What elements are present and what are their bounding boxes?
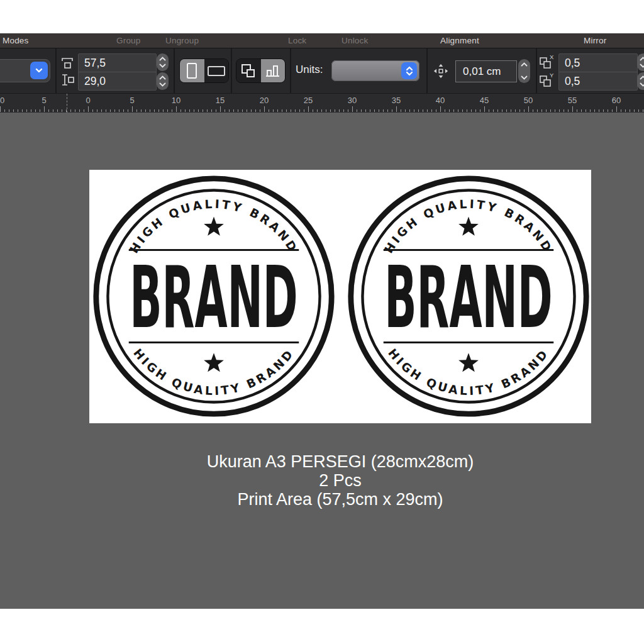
ruler-tick bbox=[493, 109, 494, 112]
width-stepper[interactable] bbox=[157, 53, 169, 71]
units-dropdown-button[interactable] bbox=[401, 62, 417, 79]
ruler-tick bbox=[612, 109, 613, 112]
height-icon bbox=[60, 73, 74, 87]
ruler-tick bbox=[467, 109, 467, 112]
ruler-tick bbox=[550, 109, 551, 112]
ruler-tick bbox=[189, 109, 190, 112]
stepper-up-icon bbox=[159, 57, 166, 61]
ruler-tick bbox=[141, 109, 142, 112]
ruler-tick bbox=[203, 109, 203, 112]
ruler-tick bbox=[449, 109, 450, 112]
lock-button[interactable]: Lock bbox=[288, 36, 306, 45]
ruler-label: 20 bbox=[260, 96, 269, 105]
svg-text:X: X bbox=[550, 53, 554, 60]
ruler-tick bbox=[537, 109, 538, 112]
unlock-button[interactable]: Unlock bbox=[341, 36, 368, 45]
brand-badge-left[interactable]: HIGH QUALITY BRAND BRAND HIGH QUALITY BR… bbox=[91, 173, 337, 419]
ruler-tick bbox=[66, 109, 67, 112]
ruler-tick bbox=[462, 109, 463, 112]
ruler-tick bbox=[110, 109, 111, 112]
stepper-down-icon bbox=[521, 75, 528, 80]
ruler-tick bbox=[603, 109, 604, 112]
modes-dropdown[interactable] bbox=[0, 59, 50, 82]
ruler-tick bbox=[339, 109, 340, 112]
ruler-tick bbox=[242, 109, 243, 112]
ruler-tick bbox=[590, 109, 591, 112]
caption-line-size: Ukuran A3 PERSEGI (28cmx28cm) bbox=[89, 452, 591, 471]
mirror-x-stepper[interactable] bbox=[637, 53, 644, 71]
ruler-tick bbox=[273, 109, 274, 112]
move-nudge-icon bbox=[433, 63, 449, 79]
caption-line-print: Print Area (57,5cm x 29cm) bbox=[89, 490, 591, 509]
ruler-tick bbox=[163, 109, 164, 112]
ruler-tick bbox=[145, 109, 146, 112]
nudge-distance-input[interactable]: 0,01 cm bbox=[455, 60, 517, 82]
mirror-y-stepper[interactable] bbox=[637, 72, 644, 90]
ruler-tick bbox=[506, 109, 507, 112]
ruler-tick bbox=[555, 109, 555, 112]
ruler-label: 10 bbox=[172, 96, 180, 105]
ruler-tick bbox=[387, 109, 388, 112]
artboard[interactable]: HIGH QUALITY BRAND BRAND HIGH QUALITY BR… bbox=[89, 170, 591, 423]
ruler-tick bbox=[440, 106, 441, 112]
badge-name-text: BRAND bbox=[130, 248, 298, 347]
ruler-tick bbox=[541, 109, 542, 112]
landscape-toggle[interactable] bbox=[204, 59, 229, 82]
duplicate-icon bbox=[240, 63, 257, 79]
ruler-tick bbox=[348, 109, 348, 112]
ungroup-button[interactable]: Ungroup bbox=[165, 36, 199, 45]
arrange-bars-toggle[interactable] bbox=[261, 59, 286, 82]
units-dropdown[interactable] bbox=[331, 60, 419, 81]
ruler-tick bbox=[286, 109, 287, 112]
mirror-y-input[interactable]: 0,5 bbox=[559, 72, 637, 90]
badge-name-text: BRAND bbox=[384, 248, 553, 347]
ruler-tick bbox=[321, 109, 322, 112]
height-stepper[interactable] bbox=[157, 72, 169, 90]
ruler-tick bbox=[418, 109, 419, 112]
width-input[interactable]: 57,5 bbox=[79, 54, 156, 72]
height-input[interactable]: 29,0 bbox=[79, 72, 156, 90]
ruler-tick bbox=[515, 109, 516, 112]
ruler-label: 55 bbox=[568, 96, 577, 105]
ruler-tick bbox=[119, 109, 119, 112]
ruler-tick bbox=[436, 109, 436, 112]
ruler-tick bbox=[18, 109, 18, 112]
ruler-tick bbox=[101, 109, 102, 112]
ruler-tick bbox=[502, 109, 502, 112]
ruler-tick bbox=[445, 109, 445, 112]
ruler-tick bbox=[352, 106, 353, 112]
ruler-tick bbox=[475, 109, 476, 112]
caption-text-object[interactable]: Ukuran A3 PERSEGI (28cmx28cm) 2 Pcs Prin… bbox=[89, 452, 591, 509]
ruler-tick bbox=[392, 109, 392, 112]
stepper-down-icon bbox=[159, 64, 166, 68]
ruler-label: 45 bbox=[480, 96, 489, 105]
ruler-tick bbox=[581, 109, 582, 112]
portrait-toggle[interactable] bbox=[180, 59, 204, 82]
ruler[interactable]: 105051015202530354045505560 bbox=[0, 93, 644, 113]
ruler-tick bbox=[198, 109, 199, 112]
ruler-tick bbox=[229, 109, 230, 112]
stepper-down-icon bbox=[159, 82, 166, 87]
toolbar-divider bbox=[55, 48, 57, 93]
arrange-segmented-control bbox=[236, 58, 286, 83]
ruler-tick bbox=[48, 109, 49, 112]
context-toolbar: 57,5 29,0 bbox=[0, 48, 644, 93]
ruler-tick bbox=[150, 109, 150, 112]
ruler-tick bbox=[608, 109, 608, 112]
ruler-tick bbox=[167, 109, 168, 112]
ruler-tick bbox=[625, 109, 626, 112]
ruler-tick bbox=[260, 109, 260, 112]
ruler-tick bbox=[405, 109, 406, 112]
ruler-tick bbox=[564, 109, 564, 112]
modes-dropdown-button[interactable] bbox=[30, 62, 48, 79]
ruler-tick bbox=[62, 109, 62, 112]
nudge-stepper[interactable] bbox=[518, 59, 530, 83]
ruler-tick bbox=[70, 109, 71, 112]
mirror-x-input[interactable]: 0,5 bbox=[559, 54, 637, 72]
duplicate-toggle[interactable] bbox=[236, 59, 261, 82]
ruler-tick bbox=[313, 109, 313, 112]
toolbar-divider bbox=[290, 48, 291, 93]
document-canvas[interactable]: HIGH QUALITY BRAND BRAND HIGH QUALITY BR… bbox=[0, 113, 644, 609]
brand-badge-right[interactable]: HIGH QUALITY BRAND BRAND HIGH QUALITY BR… bbox=[345, 173, 592, 419]
group-button[interactable]: Group bbox=[116, 36, 141, 45]
